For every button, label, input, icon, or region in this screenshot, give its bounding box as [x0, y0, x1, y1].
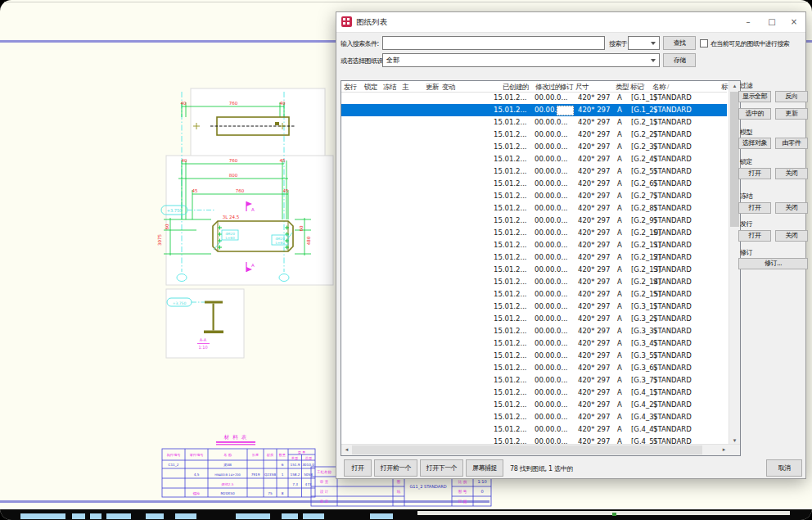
table-cell: 420* 297 [578, 278, 610, 286]
issue-off-button[interactable]: 关闭 [775, 230, 808, 242]
table-row[interactable]: 15.01.2...00.00.0...420* 297A[G.2_3]STAN… [341, 141, 727, 153]
table-cell: 420* 297 [578, 327, 610, 335]
table-cell: 15.01.2... [494, 388, 527, 396]
svg-text:梁AB: 梁AB [223, 463, 232, 467]
svg-text:焊缝2.5: 焊缝2.5 [220, 482, 233, 486]
search-in-label: 搜索于 [609, 39, 627, 48]
table-row[interactable]: 15.01.2...00.00.0...420* 297A[G.3_5]STAN… [341, 350, 727, 362]
table-row[interactable]: 15.01.2...00.00.0...420* 297A[G.1_2]STAN… [341, 104, 727, 116]
svg-text:工程名称: 工程名称 [317, 469, 332, 474]
freeze-on-button[interactable]: 打开 [738, 202, 771, 214]
table-cell: STANDARD [653, 364, 692, 372]
table-row[interactable]: 15.01.2...00.00.0...420* 297A[G.1_1]STAN… [341, 92, 727, 104]
table-row[interactable]: 15.01.2...00.00.0...420* 297A[G.3_2]STAN… [341, 313, 727, 325]
desktop: 40 760 40 40 760 45 800 [0, 0, 812, 520]
table-cell: 420* 297 [578, 142, 610, 151]
open-previous-button[interactable]: 打开前一个 [374, 459, 417, 477]
save-preset-button[interactable]: 存储 [663, 53, 696, 67]
model-select-objects-button[interactable]: 选择对象 [738, 138, 771, 149]
table-cell: 15.01.2... [494, 253, 527, 261]
table-cell: 00.00.0... [535, 155, 568, 163]
preset-dropdown[interactable]: 全部 [382, 53, 660, 67]
issue-on-button[interactable]: 打开 [738, 230, 771, 242]
lock-off-button[interactable]: 关闭 [775, 168, 808, 179]
table-row[interactable]: 15.01.2...00.00.0...420* 297A[G.2_15]STA… [341, 288, 727, 301]
filter-invert-button[interactable]: 反向 [775, 91, 808, 102]
svg-text:480: 480 [306, 236, 311, 245]
freeze-off-button[interactable]: 关闭 [775, 202, 808, 214]
table-row[interactable]: 15.01.2...00.00.0...420* 297A[G.3_6]STAN… [341, 362, 727, 374]
table-cell: A [617, 327, 622, 335]
table-row[interactable]: 15.01.2...00.00.0...420* 297A[G.2_1]STAN… [341, 116, 727, 129]
table-cell: 00.00.0... [535, 351, 568, 359]
table-cell: 00.00.0... [535, 167, 568, 175]
table-cell: STANDARD [653, 253, 692, 261]
find-button[interactable]: 查找 [663, 36, 696, 50]
filter-update-button[interactable]: 更新 [775, 108, 808, 120]
table-cell: A [617, 228, 622, 237]
table-row[interactable]: 15.01.2...00.00.0...420* 297A[G.2_7]STAN… [341, 190, 727, 202]
table-row[interactable]: 15.01.2...00.00.0...420* 297A[G.2_2]STAN… [341, 129, 727, 141]
horizontal-scrollbar[interactable]: ◂ ▸ [341, 444, 740, 455]
table-cell: 15.01.2... [494, 179, 527, 188]
svg-text:6: 6 [282, 463, 284, 467]
table-row[interactable]: 15.01.2...00.00.0...420* 297A[G.2_9]STAN… [341, 215, 727, 227]
table-row[interactable]: 15.01.2...00.00.0...420* 297A[G.3_1]STAN… [341, 301, 727, 313]
svg-text:760: 760 [229, 101, 238, 106]
table-row[interactable]: 15.01.2...00.00.0...420* 297A[G.2_10]STA… [341, 227, 727, 239]
table-row[interactable]: 15.01.2...00.00.0...420* 297A[G.2_6]STAN… [341, 178, 727, 190]
table-row[interactable]: 15.01.2...00.00.0...420* 297A[G.4_2]STAN… [341, 399, 727, 411]
lock-on-button[interactable]: 打开 [738, 168, 771, 179]
table-cell: STANDARD [653, 265, 692, 274]
table-cell: 420* 297 [578, 93, 610, 102]
table-cell: 420* 297 [578, 413, 610, 421]
maximize-button[interactable]: □ [765, 15, 778, 29]
table-row[interactable]: 15.01.2...00.00.0...420* 297A[G.4_3]STAN… [341, 411, 727, 423]
cancel-button[interactable]: 取消 [766, 459, 802, 477]
scroll-right-arrow[interactable]: ▸ [719, 445, 729, 455]
svg-text:7.3: 7.3 [292, 482, 298, 486]
table-row[interactable]: 15.01.2...00.00.0...420* 297A[G.4_4]STAN… [341, 423, 727, 436]
drawing-table: 发行 锁定 冻结 主 更新 变动 已创建的 修改过的 修订 尺寸 类型 标记 ∕… [341, 80, 741, 456]
table-cell: 00.00.0... [535, 413, 568, 421]
filter-selected-button[interactable]: 选中的 [738, 108, 771, 120]
svg-text:40: 40 [280, 101, 286, 106]
dialog-titlebar[interactable]: 图纸列表 – □ × [336, 12, 805, 33]
revision-edit-cell[interactable] [557, 106, 574, 115]
table-row[interactable]: 15.01.2...00.00.0...420* 297A[G.3_4]STAN… [341, 337, 727, 350]
table-row[interactable]: 15.01.2...00.00.0...420* 297A[G.2_11]STA… [341, 239, 727, 251]
svg-text:4,5: 4,5 [194, 473, 200, 477]
table-cell: A [617, 93, 622, 102]
search-visible-only-checkbox[interactable] [700, 39, 708, 47]
search-in-dropdown[interactable] [628, 36, 660, 50]
table-row[interactable]: 15.01.2...00.00.0...420* 297A[G.2_5]STAN… [341, 165, 727, 178]
table-row[interactable]: 15.01.2...00.00.0...420* 297A[G.3_7]STAN… [341, 374, 727, 387]
close-button[interactable]: × [787, 15, 801, 29]
minimize-button[interactable]: – [742, 15, 755, 29]
horizontal-scroll-thumb[interactable] [352, 445, 702, 454]
revision-button[interactable]: 修订... [738, 258, 808, 269]
svg-text:设 计: 设 计 [320, 489, 329, 494]
scroll-left-arrow[interactable]: ◂ [341, 445, 352, 455]
table-row[interactable]: 15.01.2...00.00.0...420* 297A[G.3_3]STAN… [341, 325, 727, 337]
table-cell: 15.01.2... [494, 278, 527, 286]
table-row[interactable]: 15.01.2...00.00.0...420* 297A[G.2_8]STAN… [341, 202, 727, 215]
table-row[interactable]: 15.01.2...00.00.0...420* 297A[G.2_14]STA… [341, 276, 727, 288]
open-next-button[interactable]: 打开下一个 [420, 459, 463, 477]
snapshot-button[interactable]: 屏幕捕捉 [466, 459, 503, 477]
svg-text:Q235B: Q235B [264, 473, 276, 477]
filter-show-all-button[interactable]: 显示全部 [738, 91, 771, 102]
table-row[interactable]: 15.01.2...00.00.0...420* 297A[G.2_4]STAN… [341, 153, 727, 165]
table-row[interactable]: 15.01.2...00.00.0...420* 297A[G.2_12]STA… [341, 251, 727, 264]
lock-group-label: 锁定 [740, 157, 752, 166]
search-criteria-input[interactable] [382, 36, 605, 50]
table-row[interactable]: 15.01.2...00.00.0...420* 297A[G.4_1]STAN… [341, 387, 727, 399]
table-cell: STANDARD [653, 204, 692, 212]
table-cell: 420* 297 [578, 204, 610, 212]
table-row[interactable]: 15.01.2...00.00.0...420* 297A[G.2_13]STA… [341, 264, 727, 276]
table-cell: 00.00.0... [535, 228, 568, 237]
table-cell: 420* 297 [578, 106, 610, 114]
table-header-row[interactable]: 发行 锁定 冻结 主 更新 变动 已创建的 修改过的 修订 尺寸 类型 标记 ∕… [341, 81, 727, 93]
open-button[interactable]: 打开 [344, 459, 372, 477]
model-by-parts-button[interactable]: 由零件 [775, 138, 808, 149]
